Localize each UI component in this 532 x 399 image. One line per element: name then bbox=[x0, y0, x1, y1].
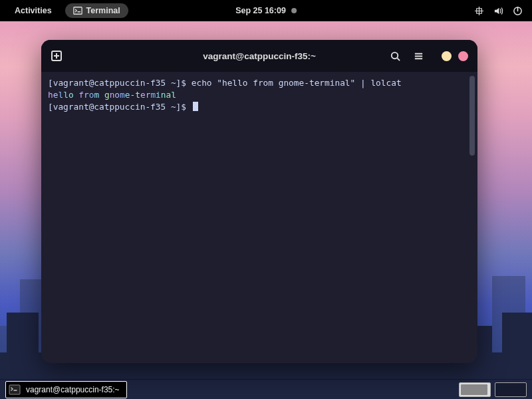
clock-label[interactable]: Sep 25 16:09 bbox=[235, 6, 286, 15]
bottom-panel: vagrant@catppuccin-f35:~ bbox=[0, 379, 532, 399]
network-icon[interactable] bbox=[474, 6, 484, 16]
terminal-line: [vagrant@catppuccin-f35 ~]$ echo "hello … bbox=[48, 77, 471, 89]
terminal-titlebar[interactable]: vagrant@catppuccin-f35:~ bbox=[41, 40, 477, 72]
workspace-1[interactable] bbox=[459, 382, 491, 397]
terminal-output-line: hello from gnome-terminal bbox=[48, 89, 471, 101]
svg-point-25 bbox=[392, 52, 398, 58]
terminal-icon bbox=[73, 6, 82, 15]
taskbar-item-terminal[interactable]: vagrant@catppuccin-f35:~ bbox=[5, 381, 127, 398]
terminal-window: vagrant@catppuccin-f35:~ [vagrant@catppu… bbox=[41, 40, 477, 363]
svg-rect-22 bbox=[73, 7, 81, 15]
workspace-2[interactable] bbox=[495, 382, 527, 397]
minimize-button[interactable] bbox=[442, 51, 452, 61]
taskbar-item-label: vagrant@catppuccin-f35:~ bbox=[26, 385, 120, 394]
new-tab-button[interactable] bbox=[51, 50, 63, 62]
volume-icon[interactable] bbox=[493, 6, 503, 16]
terminal-line: [vagrant@catppuccin-f35 ~]$ bbox=[48, 101, 471, 113]
power-icon[interactable] bbox=[513, 6, 523, 16]
active-app-button[interactable]: Terminal bbox=[65, 3, 128, 18]
svg-rect-26 bbox=[9, 385, 20, 394]
terminal-body[interactable]: [vagrant@catppuccin-f35 ~]$ echo "hello … bbox=[41, 72, 477, 363]
active-app-label: Terminal bbox=[86, 6, 120, 15]
notification-dot-icon bbox=[291, 8, 297, 13]
scrollbar[interactable] bbox=[469, 76, 475, 156]
close-button[interactable] bbox=[458, 51, 468, 61]
terminal-icon bbox=[9, 384, 21, 396]
gnome-top-bar: Activities Terminal Sep 25 16:09 bbox=[0, 0, 532, 21]
cursor-icon bbox=[193, 102, 198, 111]
hamburger-menu-icon[interactable] bbox=[413, 51, 424, 62]
search-icon[interactable] bbox=[390, 51, 401, 62]
activities-button[interactable]: Activities bbox=[8, 3, 59, 18]
terminal-title: vagrant@catppuccin-f35:~ bbox=[203, 51, 316, 61]
